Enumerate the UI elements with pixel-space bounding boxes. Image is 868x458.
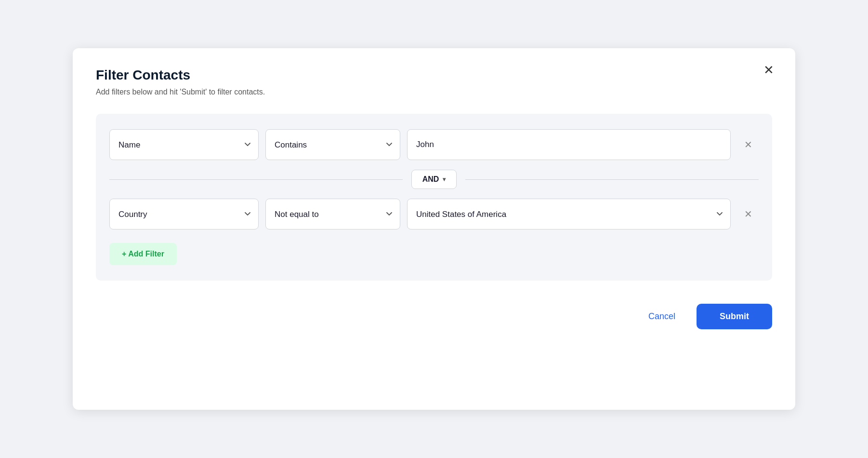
close-button[interactable]: ✕ — [760, 62, 778, 78]
filter-row-1: Name Email Country City Phone Contains D… — [109, 129, 759, 160]
modal-subtitle: Add filters below and hit 'Submit' to fi… — [96, 88, 772, 96]
separator-line-left — [109, 179, 403, 180]
close-icon: ✕ — [744, 208, 752, 220]
cancel-button[interactable]: Cancel — [639, 305, 685, 328]
filter2-field-select[interactable]: Name Email Country City Phone — [109, 199, 259, 229]
filter2-operator-select[interactable]: Contains Does not contain Equals Not equ… — [265, 199, 400, 229]
logic-operator-label: AND — [422, 175, 439, 184]
close-icon: ✕ — [744, 139, 752, 150]
filter1-operator-select[interactable]: Contains Does not contain Equals Not equ… — [265, 129, 400, 160]
logic-operator-button[interactable]: AND ▾ — [411, 170, 457, 189]
modal-footer: Cancel Submit — [96, 304, 772, 329]
filter-row-2: Name Email Country City Phone Contains D… — [109, 199, 759, 229]
filter2-remove-button[interactable]: ✕ — [737, 204, 759, 224]
chevron-down-icon: ▾ — [443, 176, 446, 183]
add-filter-button[interactable]: + Add Filter — [109, 243, 177, 265]
filter2-value-select[interactable]: United States of America United Kingdom … — [407, 199, 731, 229]
add-filter-label: + Add Filter — [122, 250, 164, 258]
filter1-remove-button[interactable]: ✕ — [737, 135, 759, 154]
submit-button[interactable]: Submit — [697, 304, 772, 329]
filter1-text-input[interactable] — [407, 129, 731, 160]
separator-line-right — [465, 179, 759, 180]
filter-modal: ✕ Filter Contacts Add filters below and … — [73, 48, 795, 410]
modal-title: Filter Contacts — [96, 67, 772, 83]
filter1-field-select[interactable]: Name Email Country City Phone — [109, 129, 259, 160]
filter-logic-separator: AND ▾ — [109, 170, 759, 189]
filter-container: Name Email Country City Phone Contains D… — [96, 114, 772, 281]
